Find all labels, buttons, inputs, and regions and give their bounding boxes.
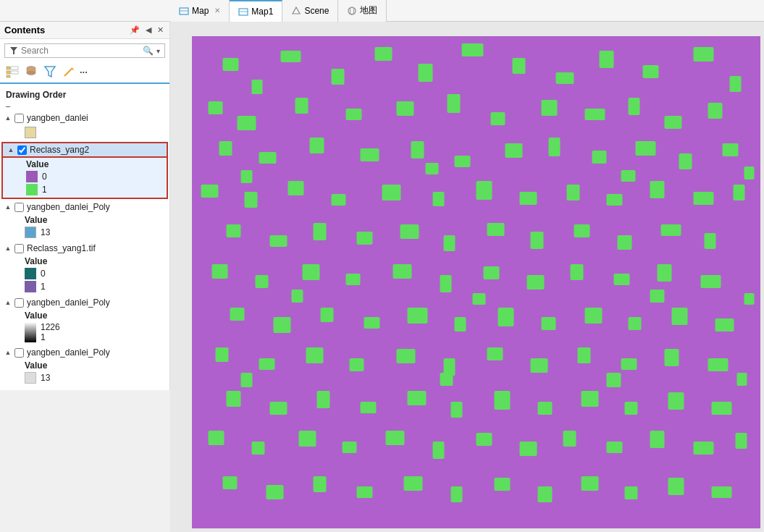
layer-checkbox-reclass-yang2[interactable] <box>17 145 27 155</box>
svg-rect-66 <box>477 181 492 200</box>
svg-rect-156 <box>668 478 684 495</box>
filter-icon <box>9 46 18 55</box>
legend-gradient-top: 1226 <box>41 322 60 332</box>
toolbar-row: ··· <box>0 62 169 84</box>
legend-item-dark-teal: 0 <box>22 267 169 280</box>
svg-rect-123 <box>317 391 330 408</box>
legend-text-0-yang1: 0 <box>41 269 46 279</box>
map-area[interactable] <box>170 22 764 532</box>
svg-rect-65 <box>433 192 445 206</box>
layer-header-reclass-yang1[interactable]: ▲ Reclass_yang1.tif <box>0 242 169 255</box>
svg-rect-54 <box>505 143 523 158</box>
svg-rect-76 <box>357 232 373 245</box>
close-panel-icon[interactable]: ✕ <box>156 25 165 35</box>
layer-header-yangben-poly2[interactable]: ▲ yangben_danlei_Poly <box>0 296 169 309</box>
expand-arrow-reclass-yang2[interactable]: ▲ <box>7 146 14 153</box>
layer-header-reclass-yang2[interactable]: ▲ Reclass_yang2 <box>1 142 168 158</box>
svg-rect-167 <box>440 373 453 386</box>
layer-legend-yangben-poly3: Value 13 <box>0 359 169 386</box>
legend-text-1-yang2: 1 <box>42 185 47 195</box>
svg-rect-34 <box>694 47 714 62</box>
svg-rect-87 <box>303 264 320 280</box>
tab-scene-label: Scene <box>304 6 329 16</box>
auto-hide-icon[interactable]: ◀ <box>144 25 153 35</box>
layer-checkbox-reclass-yang1[interactable] <box>14 244 24 253</box>
map-visualization <box>192 36 760 528</box>
svg-point-15 <box>27 72 35 75</box>
svg-rect-83 <box>661 224 681 236</box>
svg-rect-158 <box>241 170 253 183</box>
svg-rect-96 <box>701 275 721 288</box>
svg-rect-69 <box>607 194 623 206</box>
expand-arrow-yangben-poly3[interactable]: ▲ <box>4 349 12 356</box>
svg-rect-111 <box>306 347 324 363</box>
layer-legend-yangben-poly1: Value 13 <box>0 214 169 240</box>
layer-group-yangben-poly1: ▲ yangben_danlei_Poly Value 13 <box>0 200 169 240</box>
layer-header-yangben-danlei[interactable]: ▲ yangben_danlei <box>0 111 169 124</box>
layer-checkbox-yangben-danlei[interactable] <box>14 114 24 123</box>
svg-rect-125 <box>408 391 427 405</box>
svg-rect-159 <box>426 163 439 174</box>
svg-rect-30 <box>513 58 526 74</box>
legend-swatch-bluegray <box>25 227 36 238</box>
expand-arrow-yangben-poly2[interactable]: ▲ <box>4 299 12 306</box>
svg-rect-134 <box>252 442 265 455</box>
svg-rect-82 <box>618 235 632 250</box>
svg-rect-68 <box>567 185 580 200</box>
expand-arrow-yangben-danlei[interactable]: ▲ <box>4 114 12 122</box>
pin-icon[interactable]: 📌 <box>128 25 141 35</box>
svg-rect-10 <box>7 71 10 74</box>
expand-arrow-yangben-poly1[interactable]: ▲ <box>4 203 12 211</box>
search-input[interactable] <box>21 46 140 56</box>
svg-rect-38 <box>295 98 308 114</box>
layer-header-yangben-poly1[interactable]: ▲ yangben_danlei_Poly <box>0 200 169 214</box>
toolbar-more-icon[interactable]: ··· <box>80 67 88 77</box>
search-dropdown-icon[interactable]: ▾ <box>156 47 160 55</box>
svg-rect-132 <box>712 402 732 415</box>
svg-rect-24 <box>252 80 263 94</box>
tab-scene[interactable]: Scene <box>282 0 338 22</box>
layer-group-yangben-poly3: ▲ yangben_danlei_Poly Value 13 <box>0 346 169 386</box>
legend-text-13-poly1: 13 <box>41 227 50 237</box>
tab-map-label: Map <box>192 6 209 16</box>
svg-rect-81 <box>574 224 590 237</box>
layer-checkbox-yangben-poly3[interactable] <box>14 348 24 358</box>
sidebar-title: Contents <box>4 25 45 35</box>
layer-name-reclass-yang2: Reclass_yang2 <box>30 145 162 155</box>
search-box: 🔍 ▾ <box>4 43 165 58</box>
legend-value-yangben-poly3: Value <box>22 360 169 371</box>
globe-icon <box>347 6 357 16</box>
layer-header-yangben-poly3[interactable]: ▲ yangben_danlei_Poly <box>0 346 169 359</box>
contents-body: Drawing Order – ▲ yangben_danlei <box>0 84 169 390</box>
svg-rect-51 <box>361 148 379 161</box>
layer-checkbox-yangben-poly1[interactable] <box>14 203 24 212</box>
svg-rect-28 <box>419 64 433 82</box>
svg-rect-137 <box>386 431 405 445</box>
tab-map[interactable]: Map ✕ <box>170 0 230 22</box>
database-icon[interactable] <box>23 64 39 80</box>
legend-swatch-cream <box>25 127 36 138</box>
svg-rect-27 <box>375 47 393 61</box>
svg-rect-130 <box>625 402 638 415</box>
svg-rect-32 <box>600 51 614 68</box>
tab-map-close[interactable]: ✕ <box>214 7 220 14</box>
svg-rect-12 <box>7 75 10 77</box>
svg-marker-7 <box>10 47 17 54</box>
layer-name-yangben-poly2: yangben_danlei_Poly <box>27 297 165 308</box>
legend-swatch-gradient <box>25 322 36 342</box>
svg-rect-101 <box>408 308 428 324</box>
svg-rect-74 <box>270 235 287 247</box>
svg-rect-72 <box>734 185 745 200</box>
sidebar-header-icons: 📌 ◀ ✕ <box>128 25 165 35</box>
list-view-icon[interactable] <box>4 64 20 80</box>
svg-rect-57 <box>636 141 656 156</box>
edit-icon[interactable] <box>61 64 77 80</box>
svg-rect-95 <box>658 264 672 282</box>
expand-arrow-reclass-yang1[interactable]: ▲ <box>4 245 12 252</box>
svg-rect-47 <box>708 103 723 119</box>
layer-checkbox-yangben-poly2[interactable] <box>14 298 24 308</box>
legend-item-green: 1 <box>23 183 167 196</box>
tab-ditu[interactable]: 地图 <box>338 0 387 22</box>
tab-map1[interactable]: Map1 <box>230 0 282 22</box>
filter-layers-icon[interactable] <box>42 64 58 80</box>
